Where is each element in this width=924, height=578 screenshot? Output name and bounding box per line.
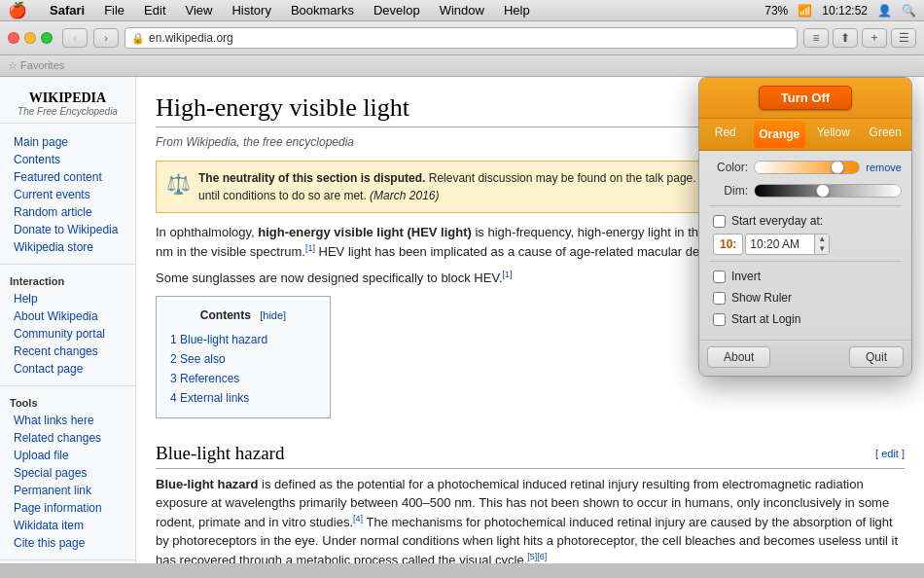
show-ruler-checkbox[interactable] bbox=[713, 292, 726, 305]
menu-develop[interactable]: Develop bbox=[371, 3, 423, 18]
sidebar-item-permanentlink[interactable]: Permanent link bbox=[0, 482, 135, 499]
sidebar-item-uploadfile[interactable]: Upload file bbox=[0, 447, 135, 464]
search-icon[interactable]: 🔍 bbox=[902, 4, 916, 18]
address-text[interactable]: en.wikipedia.org bbox=[149, 31, 233, 45]
time-badge: 10: bbox=[713, 234, 743, 255]
panel-body: Color: remove Dim: bbox=[699, 151, 911, 340]
wiki-sidebar: WIKIPEDIA The Free Encyclopedia Main pag… bbox=[0, 77, 136, 563]
panel-tabs: Red Orange Yellow Green bbox=[699, 119, 911, 151]
menu-edit[interactable]: Edit bbox=[141, 3, 168, 18]
edit-section-link[interactable]: [ edit ] bbox=[875, 446, 905, 462]
section-paragraph-1: Blue-light hazard is defined as the pote… bbox=[156, 475, 905, 563]
sidebar-item-specialpages[interactable]: Special pages bbox=[0, 464, 135, 482]
traffic-lights bbox=[8, 32, 53, 44]
wiki-logo-subtitle: The Free Encyclopedia bbox=[8, 106, 127, 117]
tab-green[interactable]: Green bbox=[860, 119, 912, 150]
reader-mode-button[interactable]: ≡ bbox=[803, 28, 829, 48]
sidebar-section-interaction: Interaction Help About Wikipedia Communi… bbox=[0, 269, 135, 381]
tab-orange[interactable]: Orange bbox=[754, 121, 806, 148]
remove-link[interactable]: remove bbox=[866, 160, 902, 176]
menu-bookmarks[interactable]: Bookmarks bbox=[288, 3, 357, 18]
time-row: 10: ▲ ▼ bbox=[709, 234, 902, 255]
share-button[interactable]: ⬆ bbox=[833, 28, 858, 48]
disputed-date: (March 2016) bbox=[370, 189, 439, 202]
sidebar-item-store[interactable]: Wikipedia store bbox=[0, 238, 135, 256]
menu-bar-right: 73% 📶 10:12:52 👤 🔍 bbox=[764, 0, 916, 21]
clock: 10:12:52 bbox=[822, 4, 868, 18]
sidebar-item-help[interactable]: Help bbox=[0, 290, 135, 307]
sidebar-item-random[interactable]: Random article bbox=[0, 203, 135, 221]
quit-button[interactable]: Quit bbox=[849, 346, 904, 368]
invert-checkbox[interactable] bbox=[713, 271, 726, 283]
sidebar-item-recent[interactable]: Recent changes bbox=[0, 343, 135, 360]
bookmarks-bar: ☆ Favorites bbox=[0, 55, 924, 77]
section-heading-bluehazard: Blue-light hazard [ edit ] bbox=[156, 440, 905, 469]
menu-view[interactable]: View bbox=[183, 3, 216, 18]
sidebar-item-current[interactable]: Current events bbox=[0, 186, 135, 203]
lock-icon: 🔒 bbox=[131, 32, 145, 45]
toc-item-2[interactable]: 2 See also bbox=[170, 349, 316, 369]
sidebar-title-interaction: Interaction bbox=[0, 272, 135, 290]
menu-file[interactable]: File bbox=[101, 3, 127, 18]
start-everyday-label: Start everyday at: bbox=[731, 212, 823, 230]
time-step-down[interactable]: ▼ bbox=[815, 244, 829, 254]
start-everyday-checkbox[interactable] bbox=[713, 215, 726, 228]
close-button[interactable] bbox=[8, 32, 19, 44]
sidebar-item-community[interactable]: Community portal bbox=[0, 325, 135, 343]
tab-yellow[interactable]: Yellow bbox=[807, 119, 860, 150]
dim-row: Dim: bbox=[709, 182, 902, 199]
color-slider-container[interactable] bbox=[754, 161, 860, 174]
maximize-button[interactable] bbox=[41, 32, 53, 44]
start-login-label: Start at Login bbox=[731, 310, 800, 328]
sidebar-item-wikidata[interactable]: Wikidata item bbox=[0, 517, 135, 534]
panel-divider-1 bbox=[709, 205, 902, 206]
sidebar-item-donate[interactable]: Donate to Wikipedia bbox=[0, 221, 135, 238]
sidebar-toggle[interactable]: ☰ bbox=[891, 28, 916, 48]
invert-label: Invert bbox=[731, 268, 761, 285]
menu-window[interactable]: Window bbox=[437, 3, 487, 18]
tab-red[interactable]: Red bbox=[699, 119, 752, 150]
toc-item-4[interactable]: 4 External links bbox=[170, 388, 316, 408]
toc-hide[interactable]: [hide] bbox=[260, 309, 286, 321]
sidebar-item-relatedchanges[interactable]: Related changes bbox=[0, 429, 135, 447]
wiki-logo-title: WIKIPEDIA bbox=[8, 90, 127, 106]
section-title-text: Blue-light hazard bbox=[156, 440, 284, 468]
sidebar-item-cite[interactable]: Cite this page bbox=[0, 534, 135, 552]
sidebar-item-mainpage[interactable]: Main page bbox=[0, 133, 135, 151]
sidebar-item-contact[interactable]: Contact page bbox=[0, 360, 135, 378]
sidebar-item-featured[interactable]: Featured content bbox=[0, 168, 135, 186]
user-icon[interactable]: 👤 bbox=[877, 4, 892, 18]
bookmarks-label: ☆ Favorites bbox=[8, 59, 64, 72]
toolbar-right: ≡ ⬆ + ☰ bbox=[803, 28, 916, 48]
minimize-button[interactable] bbox=[24, 32, 36, 44]
sidebar-item-pageinfo[interactable]: Page information bbox=[0, 499, 135, 517]
color-slider-thumb[interactable] bbox=[831, 161, 844, 174]
time-input-group[interactable]: ▲ ▼ bbox=[745, 234, 830, 255]
menu-history[interactable]: History bbox=[229, 3, 273, 18]
battery-status: 73% bbox=[764, 4, 788, 18]
time-input[interactable] bbox=[746, 235, 814, 253]
about-button[interactable]: About bbox=[707, 346, 770, 368]
new-tab-button[interactable]: + bbox=[862, 28, 887, 48]
browser-toolbar: ‹ › 🔒 en.wikipedia.org ≡ ⬆ + ☰ bbox=[8, 27, 916, 49]
turn-off-button[interactable]: Turn Off bbox=[759, 86, 852, 110]
toc-item-3[interactable]: 3 References bbox=[170, 369, 316, 388]
forward-button[interactable]: › bbox=[93, 28, 119, 48]
color-row: Color: remove bbox=[709, 159, 902, 176]
sidebar-title-tools: Tools bbox=[0, 394, 135, 412]
dim-slider-thumb[interactable] bbox=[816, 184, 830, 198]
apple-menu[interactable]: 🍎 bbox=[8, 1, 27, 19]
toc-item-1[interactable]: 1 Blue-light hazard bbox=[170, 330, 316, 349]
sidebar-item-about[interactable]: About Wikipedia bbox=[0, 307, 135, 325]
invert-row: Invert bbox=[709, 268, 902, 285]
overlay-panel: Turn Off Red Orange Yellow Green Color: … bbox=[698, 77, 912, 377]
menu-help[interactable]: Help bbox=[501, 3, 533, 18]
sidebar-item-whatlinks[interactable]: What links here bbox=[0, 412, 135, 429]
dim-slider-container[interactable] bbox=[754, 184, 902, 198]
main-area: WIKIPEDIA The Free Encyclopedia Main pag… bbox=[0, 77, 924, 563]
back-button[interactable]: ‹ bbox=[62, 28, 88, 48]
sidebar-item-contents[interactable]: Contents bbox=[0, 151, 135, 168]
start-login-checkbox[interactable] bbox=[713, 313, 726, 326]
time-step-up[interactable]: ▲ bbox=[815, 235, 829, 244]
menu-safari[interactable]: Safari bbox=[47, 3, 88, 18]
